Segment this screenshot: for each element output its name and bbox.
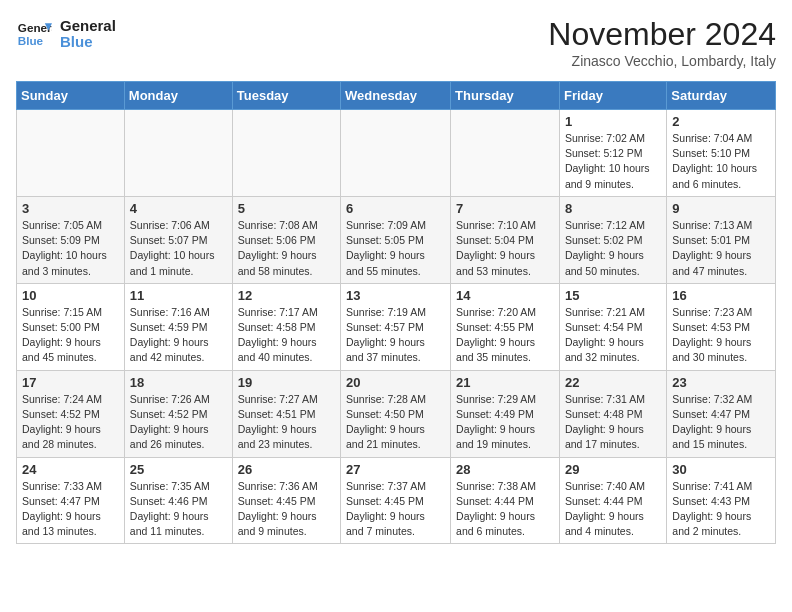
calendar-week-row: 24Sunrise: 7:33 AM Sunset: 4:47 PM Dayli…: [17, 457, 776, 544]
page-header: General Blue General Blue November 2024 …: [16, 16, 776, 69]
day-info: Sunrise: 7:15 AM Sunset: 5:00 PM Dayligh…: [22, 305, 119, 366]
day-of-week-header: Monday: [124, 82, 232, 110]
day-number: 27: [346, 462, 445, 477]
day-info: Sunrise: 7:40 AM Sunset: 4:44 PM Dayligh…: [565, 479, 661, 540]
day-info: Sunrise: 7:06 AM Sunset: 5:07 PM Dayligh…: [130, 218, 227, 279]
day-info: Sunrise: 7:26 AM Sunset: 4:52 PM Dayligh…: [130, 392, 227, 453]
calendar-week-row: 3Sunrise: 7:05 AM Sunset: 5:09 PM Daylig…: [17, 196, 776, 283]
day-number: 28: [456, 462, 554, 477]
logo-general: General: [60, 18, 116, 35]
day-number: 30: [672, 462, 770, 477]
day-info: Sunrise: 7:17 AM Sunset: 4:58 PM Dayligh…: [238, 305, 335, 366]
day-of-week-header: Saturday: [667, 82, 776, 110]
calendar-day-cell: 11Sunrise: 7:16 AM Sunset: 4:59 PM Dayli…: [124, 283, 232, 370]
day-info: Sunrise: 7:36 AM Sunset: 4:45 PM Dayligh…: [238, 479, 335, 540]
day-number: 21: [456, 375, 554, 390]
day-of-week-header: Tuesday: [232, 82, 340, 110]
calendar-week-row: 1Sunrise: 7:02 AM Sunset: 5:12 PM Daylig…: [17, 110, 776, 197]
svg-text:Blue: Blue: [18, 34, 44, 47]
calendar-table: SundayMondayTuesdayWednesdayThursdayFrid…: [16, 81, 776, 544]
calendar-day-cell: [451, 110, 560, 197]
calendar-day-cell: 30Sunrise: 7:41 AM Sunset: 4:43 PM Dayli…: [667, 457, 776, 544]
day-number: 11: [130, 288, 227, 303]
day-info: Sunrise: 7:10 AM Sunset: 5:04 PM Dayligh…: [456, 218, 554, 279]
day-info: Sunrise: 7:31 AM Sunset: 4:48 PM Dayligh…: [565, 392, 661, 453]
day-info: Sunrise: 7:28 AM Sunset: 4:50 PM Dayligh…: [346, 392, 445, 453]
location-subtitle: Zinasco Vecchio, Lombardy, Italy: [548, 53, 776, 69]
day-info: Sunrise: 7:38 AM Sunset: 4:44 PM Dayligh…: [456, 479, 554, 540]
calendar-day-cell: [17, 110, 125, 197]
day-of-week-header: Sunday: [17, 82, 125, 110]
calendar-day-cell: 13Sunrise: 7:19 AM Sunset: 4:57 PM Dayli…: [341, 283, 451, 370]
calendar-day-cell: 16Sunrise: 7:23 AM Sunset: 4:53 PM Dayli…: [667, 283, 776, 370]
day-number: 13: [346, 288, 445, 303]
logo: General Blue General Blue: [16, 16, 116, 52]
day-info: Sunrise: 7:37 AM Sunset: 4:45 PM Dayligh…: [346, 479, 445, 540]
day-info: Sunrise: 7:29 AM Sunset: 4:49 PM Dayligh…: [456, 392, 554, 453]
day-info: Sunrise: 7:12 AM Sunset: 5:02 PM Dayligh…: [565, 218, 661, 279]
day-number: 7: [456, 201, 554, 216]
day-number: 29: [565, 462, 661, 477]
calendar-day-cell: 4Sunrise: 7:06 AM Sunset: 5:07 PM Daylig…: [124, 196, 232, 283]
day-number: 20: [346, 375, 445, 390]
day-number: 15: [565, 288, 661, 303]
calendar-day-cell: 17Sunrise: 7:24 AM Sunset: 4:52 PM Dayli…: [17, 370, 125, 457]
day-number: 18: [130, 375, 227, 390]
svg-text:General: General: [18, 21, 52, 34]
calendar-day-cell: 12Sunrise: 7:17 AM Sunset: 4:58 PM Dayli…: [232, 283, 340, 370]
day-info: Sunrise: 7:41 AM Sunset: 4:43 PM Dayligh…: [672, 479, 770, 540]
day-number: 14: [456, 288, 554, 303]
day-info: Sunrise: 7:20 AM Sunset: 4:55 PM Dayligh…: [456, 305, 554, 366]
calendar-day-cell: 6Sunrise: 7:09 AM Sunset: 5:05 PM Daylig…: [341, 196, 451, 283]
calendar-day-cell: 27Sunrise: 7:37 AM Sunset: 4:45 PM Dayli…: [341, 457, 451, 544]
day-info: Sunrise: 7:09 AM Sunset: 5:05 PM Dayligh…: [346, 218, 445, 279]
calendar-week-row: 10Sunrise: 7:15 AM Sunset: 5:00 PM Dayli…: [17, 283, 776, 370]
calendar-day-cell: 1Sunrise: 7:02 AM Sunset: 5:12 PM Daylig…: [559, 110, 666, 197]
day-info: Sunrise: 7:33 AM Sunset: 4:47 PM Dayligh…: [22, 479, 119, 540]
day-number: 12: [238, 288, 335, 303]
day-info: Sunrise: 7:24 AM Sunset: 4:52 PM Dayligh…: [22, 392, 119, 453]
calendar-day-cell: 28Sunrise: 7:38 AM Sunset: 4:44 PM Dayli…: [451, 457, 560, 544]
month-title: November 2024: [548, 16, 776, 53]
calendar-day-cell: [124, 110, 232, 197]
day-number: 19: [238, 375, 335, 390]
day-info: Sunrise: 7:16 AM Sunset: 4:59 PM Dayligh…: [130, 305, 227, 366]
day-number: 5: [238, 201, 335, 216]
calendar-day-cell: 18Sunrise: 7:26 AM Sunset: 4:52 PM Dayli…: [124, 370, 232, 457]
day-info: Sunrise: 7:32 AM Sunset: 4:47 PM Dayligh…: [672, 392, 770, 453]
calendar-day-cell: 8Sunrise: 7:12 AM Sunset: 5:02 PM Daylig…: [559, 196, 666, 283]
calendar-day-cell: 9Sunrise: 7:13 AM Sunset: 5:01 PM Daylig…: [667, 196, 776, 283]
day-info: Sunrise: 7:04 AM Sunset: 5:10 PM Dayligh…: [672, 131, 770, 192]
day-number: 3: [22, 201, 119, 216]
day-info: Sunrise: 7:27 AM Sunset: 4:51 PM Dayligh…: [238, 392, 335, 453]
day-info: Sunrise: 7:05 AM Sunset: 5:09 PM Dayligh…: [22, 218, 119, 279]
calendar-week-row: 17Sunrise: 7:24 AM Sunset: 4:52 PM Dayli…: [17, 370, 776, 457]
calendar-day-cell: [232, 110, 340, 197]
day-info: Sunrise: 7:35 AM Sunset: 4:46 PM Dayligh…: [130, 479, 227, 540]
calendar-day-cell: 26Sunrise: 7:36 AM Sunset: 4:45 PM Dayli…: [232, 457, 340, 544]
day-info: Sunrise: 7:02 AM Sunset: 5:12 PM Dayligh…: [565, 131, 661, 192]
title-area: November 2024 Zinasco Vecchio, Lombardy,…: [548, 16, 776, 69]
logo-blue: Blue: [60, 34, 116, 51]
calendar-day-cell: 15Sunrise: 7:21 AM Sunset: 4:54 PM Dayli…: [559, 283, 666, 370]
day-number: 6: [346, 201, 445, 216]
day-number: 24: [22, 462, 119, 477]
calendar-day-cell: 23Sunrise: 7:32 AM Sunset: 4:47 PM Dayli…: [667, 370, 776, 457]
calendar-day-cell: 29Sunrise: 7:40 AM Sunset: 4:44 PM Dayli…: [559, 457, 666, 544]
calendar-day-cell: [341, 110, 451, 197]
day-info: Sunrise: 7:19 AM Sunset: 4:57 PM Dayligh…: [346, 305, 445, 366]
calendar-day-cell: 5Sunrise: 7:08 AM Sunset: 5:06 PM Daylig…: [232, 196, 340, 283]
calendar-day-cell: 22Sunrise: 7:31 AM Sunset: 4:48 PM Dayli…: [559, 370, 666, 457]
calendar-day-cell: 3Sunrise: 7:05 AM Sunset: 5:09 PM Daylig…: [17, 196, 125, 283]
day-number: 2: [672, 114, 770, 129]
calendar-day-cell: 20Sunrise: 7:28 AM Sunset: 4:50 PM Dayli…: [341, 370, 451, 457]
day-info: Sunrise: 7:23 AM Sunset: 4:53 PM Dayligh…: [672, 305, 770, 366]
day-number: 26: [238, 462, 335, 477]
day-number: 17: [22, 375, 119, 390]
day-number: 25: [130, 462, 227, 477]
calendar-day-cell: 2Sunrise: 7:04 AM Sunset: 5:10 PM Daylig…: [667, 110, 776, 197]
calendar-day-cell: 19Sunrise: 7:27 AM Sunset: 4:51 PM Dayli…: [232, 370, 340, 457]
day-info: Sunrise: 7:13 AM Sunset: 5:01 PM Dayligh…: [672, 218, 770, 279]
calendar-header-row: SundayMondayTuesdayWednesdayThursdayFrid…: [17, 82, 776, 110]
day-info: Sunrise: 7:21 AM Sunset: 4:54 PM Dayligh…: [565, 305, 661, 366]
